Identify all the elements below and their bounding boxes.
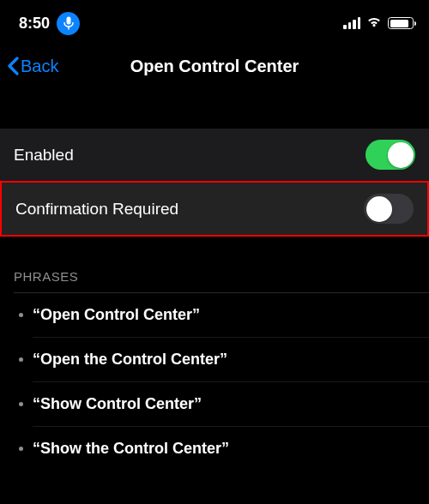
settings-group: Enabled Confirmation Required xyxy=(0,129,429,237)
status-time: 8:50 xyxy=(19,15,50,33)
status-right xyxy=(343,15,414,31)
svg-rect-0 xyxy=(66,17,70,25)
back-button[interactable]: Back xyxy=(7,57,58,76)
page-title: Open Control Center xyxy=(130,57,299,76)
phrases-header: PHRASES xyxy=(0,237,429,292)
confirmation-required-switch[interactable] xyxy=(364,194,414,224)
enabled-label: Enabled xyxy=(14,146,74,165)
status-left: 8:50 xyxy=(19,12,80,35)
list-item[interactable]: “Open Control Center” xyxy=(0,293,429,337)
content: Enabled Confirmation Required PHRASES “O… xyxy=(0,89,429,471)
enabled-switch[interactable] xyxy=(366,140,415,170)
list-item[interactable]: “Show Control Center” xyxy=(0,382,429,426)
navigation-bar: Back Open Control Center xyxy=(0,43,429,89)
chevron-left-icon xyxy=(7,57,19,75)
list-item[interactable]: “Show the Control Center” xyxy=(0,427,429,471)
status-bar: 8:50 xyxy=(0,0,429,43)
back-label: Back xyxy=(21,57,58,76)
mic-recording-icon xyxy=(57,12,80,35)
enabled-row: Enabled xyxy=(0,129,429,181)
cellular-signal-icon xyxy=(343,17,360,29)
battery-icon xyxy=(388,17,414,29)
phrases-list: “Open Control Center” “Open the Control … xyxy=(0,293,429,471)
confirmation-required-row: Confirmation Required xyxy=(0,181,429,237)
list-item[interactable]: “Open the Control Center” xyxy=(0,338,429,381)
wifi-icon xyxy=(366,15,383,31)
confirmation-required-label: Confirmation Required xyxy=(15,200,178,219)
